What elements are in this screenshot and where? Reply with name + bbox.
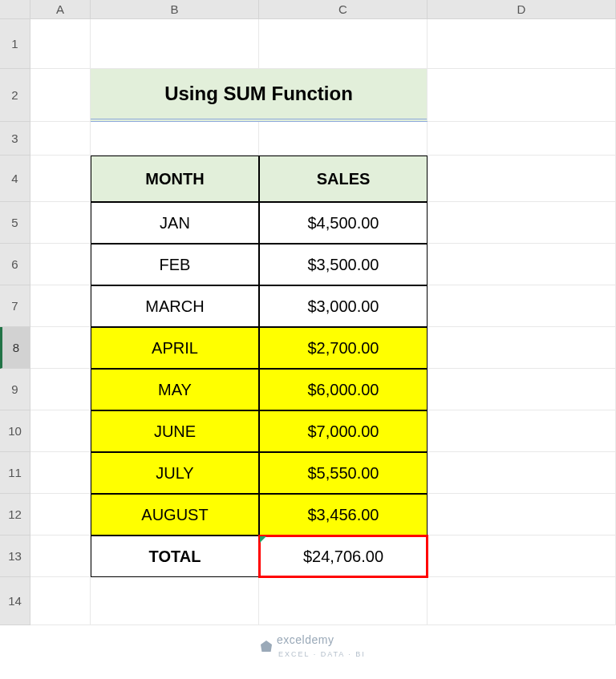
cell-month-jan[interactable]: JAN xyxy=(91,202,259,244)
cell-sales-march[interactable]: $3,000.00 xyxy=(259,285,428,327)
title-cell[interactable]: Using SUM Function xyxy=(91,69,428,122)
cell-D5[interactable] xyxy=(428,202,616,244)
cell-A1[interactable] xyxy=(30,19,91,69)
cell-D11[interactable] xyxy=(428,452,616,494)
cell-sales-august[interactable]: $3,456.00 xyxy=(259,494,428,536)
cell-D10[interactable] xyxy=(428,410,616,452)
row-header-7[interactable]: 7 xyxy=(0,285,30,327)
row-header-4[interactable]: 4 xyxy=(0,156,30,202)
cell-A6[interactable] xyxy=(30,244,91,285)
cell-month-july[interactable]: JULY xyxy=(91,452,259,494)
cell-D13[interactable] xyxy=(428,536,616,577)
cell-D7[interactable] xyxy=(428,285,616,327)
cell-sales-april[interactable]: $2,700.00 xyxy=(259,327,428,369)
cell-month-march[interactable]: MARCH xyxy=(91,285,259,327)
cell-A14[interactable] xyxy=(30,577,91,625)
cell-sales-feb[interactable]: $3,500.00 xyxy=(259,244,428,285)
cell-D4[interactable] xyxy=(428,156,616,202)
row-header-3[interactable]: 3 xyxy=(0,122,30,156)
cell-D14[interactable] xyxy=(428,577,616,625)
cell-B1[interactable] xyxy=(91,19,259,69)
cell-D2[interactable] xyxy=(428,69,616,122)
row-header-11[interactable]: 11 xyxy=(0,452,30,494)
cell-sales-july[interactable]: $5,550.00 xyxy=(259,452,428,494)
cell-A7[interactable] xyxy=(30,285,91,327)
cell-month-august[interactable]: AUGUST xyxy=(91,494,259,536)
cell-total-label[interactable]: TOTAL xyxy=(91,536,259,577)
cell-A3[interactable] xyxy=(30,122,91,156)
cell-sales-may[interactable]: $6,000.00 xyxy=(259,369,428,410)
row-header-9[interactable]: 9 xyxy=(0,369,30,410)
watermark: exceldemy EXCEL · DATA · BI xyxy=(261,633,366,659)
cell-C1[interactable] xyxy=(259,19,428,69)
cell-month-june[interactable]: JUNE xyxy=(91,410,259,452)
cell-sales-june[interactable]: $7,000.00 xyxy=(259,410,428,452)
row-header-1[interactable]: 1 xyxy=(0,19,30,69)
cell-D8[interactable] xyxy=(428,327,616,369)
cell-B3[interactable] xyxy=(91,122,259,156)
cell-A4[interactable] xyxy=(30,156,91,202)
cell-A8[interactable] xyxy=(30,327,91,369)
col-header-B[interactable]: B xyxy=(91,0,259,19)
watermark-tagline: EXCEL · DATA · BI xyxy=(278,650,366,658)
header-sales[interactable]: SALES xyxy=(259,156,428,202)
cell-A10[interactable] xyxy=(30,410,91,452)
col-header-D[interactable]: D xyxy=(428,0,616,19)
cell-month-may[interactable]: MAY xyxy=(91,369,259,410)
row-header-13[interactable]: 13 xyxy=(0,536,30,577)
cell-D12[interactable] xyxy=(428,494,616,536)
cell-A13[interactable] xyxy=(30,536,91,577)
cell-total-value[interactable]: $24,706.00 xyxy=(259,536,428,577)
row-header-14[interactable]: 14 xyxy=(0,577,30,625)
cell-D1[interactable] xyxy=(428,19,616,69)
cell-D9[interactable] xyxy=(428,369,616,410)
spreadsheet-grid: A B C D 1 2 Using SUM Function 3 4 MONTH… xyxy=(0,0,616,625)
header-month[interactable]: MONTH xyxy=(91,156,259,202)
cell-A5[interactable] xyxy=(30,202,91,244)
row-header-8[interactable]: 8 xyxy=(0,327,30,369)
cell-sales-jan[interactable]: $4,500.00 xyxy=(259,202,428,244)
col-header-A[interactable]: A xyxy=(30,0,91,19)
cell-month-april[interactable]: APRIL xyxy=(91,327,259,369)
watermark-logo-icon xyxy=(261,641,272,652)
cell-D3[interactable] xyxy=(428,122,616,156)
cell-A9[interactable] xyxy=(30,369,91,410)
row-header-12[interactable]: 12 xyxy=(0,494,30,536)
cell-C14[interactable] xyxy=(259,577,428,625)
row-header-10[interactable]: 10 xyxy=(0,410,30,452)
cell-month-feb[interactable]: FEB xyxy=(91,244,259,285)
watermark-brand: exceldemy xyxy=(277,633,334,646)
cell-D6[interactable] xyxy=(428,244,616,285)
row-header-6[interactable]: 6 xyxy=(0,244,30,285)
row-header-5[interactable]: 5 xyxy=(0,202,30,244)
cell-A11[interactable] xyxy=(30,452,91,494)
cell-C3[interactable] xyxy=(259,122,428,156)
cell-A2[interactable] xyxy=(30,69,91,122)
cell-B14[interactable] xyxy=(91,577,259,625)
select-all-corner[interactable] xyxy=(0,0,30,19)
row-header-2[interactable]: 2 xyxy=(0,69,30,122)
col-header-C[interactable]: C xyxy=(259,0,428,19)
cell-A12[interactable] xyxy=(30,494,91,536)
